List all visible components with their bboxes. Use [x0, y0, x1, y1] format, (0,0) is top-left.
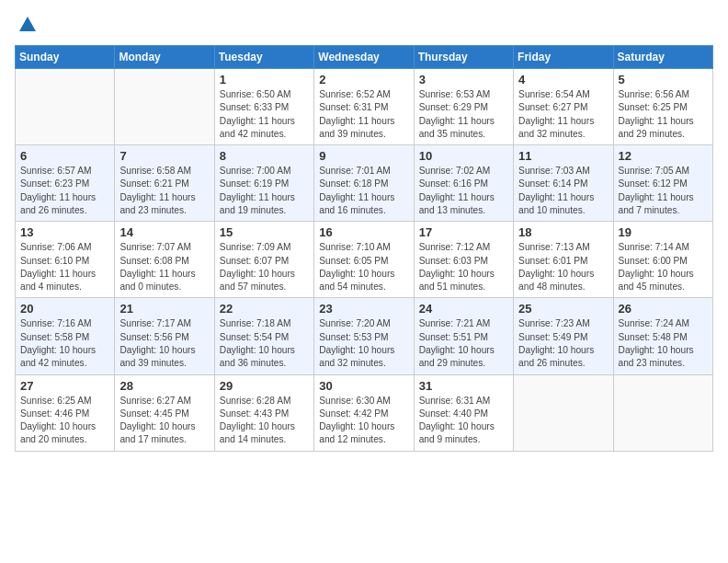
- day-info: Sunrise: 7:17 AM Sunset: 5:56 PM Dayligh…: [119, 317, 209, 370]
- weekday-header-sunday: Sunday: [16, 46, 115, 69]
- calendar-table: SundayMondayTuesdayWednesdayThursdayFrid…: [15, 45, 713, 452]
- day-info: Sunrise: 6:27 AM Sunset: 4:45 PM Dayligh…: [119, 395, 209, 447]
- day-info: Sunrise: 6:50 AM Sunset: 6:33 PM Dayligh…: [220, 88, 309, 141]
- day-info: Sunrise: 6:58 AM Sunset: 6:21 PM Dayligh…: [119, 165, 209, 217]
- day-info: Sunrise: 7:24 AM Sunset: 5:48 PM Dayligh…: [619, 317, 708, 370]
- calendar-cell: [16, 69, 115, 145]
- calendar-cell: 8Sunrise: 7:00 AM Sunset: 6:19 PM Daylig…: [214, 145, 313, 222]
- calendar-week-row: 27Sunrise: 6:25 AM Sunset: 4:46 PM Dayli…: [16, 374, 713, 451]
- day-number: 10: [419, 149, 508, 163]
- day-number: 19: [619, 225, 708, 239]
- day-info: Sunrise: 7:06 AM Sunset: 6:10 PM Dayligh…: [20, 241, 109, 293]
- day-info: Sunrise: 6:25 AM Sunset: 4:46 PM Dayligh…: [20, 395, 109, 447]
- day-number: 21: [119, 302, 209, 316]
- day-number: 5: [619, 73, 708, 86]
- day-number: 22: [220, 302, 309, 316]
- day-info: Sunrise: 7:20 AM Sunset: 5:53 PM Dayligh…: [319, 317, 408, 370]
- day-number: 29: [220, 379, 309, 393]
- calendar-cell: 22Sunrise: 7:18 AM Sunset: 5:54 PM Dayli…: [214, 298, 313, 374]
- calendar-cell: 6Sunrise: 6:57 AM Sunset: 6:23 PM Daylig…: [16, 145, 115, 222]
- calendar-cell: 13Sunrise: 7:06 AM Sunset: 6:10 PM Dayli…: [16, 222, 115, 298]
- calendar-cell: [514, 374, 613, 451]
- day-number: 6: [20, 149, 109, 163]
- day-info: Sunrise: 7:03 AM Sunset: 6:14 PM Dayligh…: [518, 165, 608, 217]
- day-info: Sunrise: 7:07 AM Sunset: 6:08 PM Dayligh…: [119, 241, 209, 293]
- day-number: 11: [518, 149, 608, 163]
- day-number: 31: [419, 379, 508, 393]
- day-number: 8: [220, 149, 309, 163]
- day-number: 4: [518, 73, 608, 86]
- calendar-week-row: 6Sunrise: 6:57 AM Sunset: 6:23 PM Daylig…: [16, 145, 713, 222]
- calendar-cell: 26Sunrise: 7:24 AM Sunset: 5:48 PM Dayli…: [613, 298, 712, 374]
- day-number: 7: [119, 149, 209, 163]
- day-info: Sunrise: 7:13 AM Sunset: 6:01 PM Dayligh…: [518, 241, 608, 293]
- weekday-header-friday: Friday: [514, 46, 613, 69]
- calendar-cell: 1Sunrise: 6:50 AM Sunset: 6:33 PM Daylig…: [214, 69, 313, 145]
- calendar-cell: 24Sunrise: 7:21 AM Sunset: 5:51 PM Dayli…: [414, 298, 513, 374]
- calendar-cell: 14Sunrise: 7:07 AM Sunset: 6:08 PM Dayli…: [115, 222, 214, 298]
- calendar-cell: 21Sunrise: 7:17 AM Sunset: 5:56 PM Dayli…: [115, 298, 214, 374]
- logo: [15, 15, 38, 40]
- weekday-header-thursday: Thursday: [414, 46, 513, 69]
- day-number: 30: [319, 379, 408, 393]
- calendar-cell: 9Sunrise: 7:01 AM Sunset: 6:18 PM Daylig…: [314, 145, 414, 222]
- day-number: 16: [319, 225, 408, 239]
- calendar-cell: 16Sunrise: 7:10 AM Sunset: 6:05 PM Dayli…: [314, 222, 414, 298]
- weekday-header-tuesday: Tuesday: [214, 46, 313, 69]
- day-info: Sunrise: 7:18 AM Sunset: 5:54 PM Dayligh…: [220, 317, 309, 370]
- calendar-cell: 17Sunrise: 7:12 AM Sunset: 6:03 PM Dayli…: [414, 222, 513, 298]
- calendar-cell: 25Sunrise: 7:23 AM Sunset: 5:49 PM Dayli…: [514, 298, 613, 374]
- day-number: 20: [20, 302, 109, 316]
- calendar-cell: 5Sunrise: 6:56 AM Sunset: 6:25 PM Daylig…: [613, 69, 712, 145]
- weekday-header-saturday: Saturday: [613, 46, 712, 69]
- calendar-cell: 15Sunrise: 7:09 AM Sunset: 6:07 PM Dayli…: [214, 222, 313, 298]
- day-number: 18: [518, 225, 608, 239]
- day-info: Sunrise: 6:31 AM Sunset: 4:40 PM Dayligh…: [419, 395, 508, 447]
- day-number: 26: [619, 302, 708, 316]
- calendar-cell: [613, 374, 712, 451]
- day-number: 12: [619, 149, 708, 163]
- day-info: Sunrise: 7:02 AM Sunset: 6:16 PM Dayligh…: [419, 165, 508, 217]
- day-info: Sunrise: 6:53 AM Sunset: 6:29 PM Dayligh…: [419, 88, 508, 141]
- weekday-header-monday: Monday: [115, 46, 214, 69]
- day-info: Sunrise: 7:01 AM Sunset: 6:18 PM Dayligh…: [319, 165, 408, 217]
- calendar-cell: [115, 69, 214, 145]
- calendar-cell: 29Sunrise: 6:28 AM Sunset: 4:43 PM Dayli…: [214, 374, 313, 451]
- day-number: 9: [319, 149, 408, 163]
- calendar-week-row: 13Sunrise: 7:06 AM Sunset: 6:10 PM Dayli…: [16, 222, 713, 298]
- day-info: Sunrise: 7:21 AM Sunset: 5:51 PM Dayligh…: [419, 317, 508, 370]
- calendar-week-row: 20Sunrise: 7:16 AM Sunset: 5:58 PM Dayli…: [16, 298, 713, 374]
- calendar-week-row: 1Sunrise: 6:50 AM Sunset: 6:33 PM Daylig…: [16, 69, 713, 145]
- day-number: 17: [419, 225, 508, 239]
- calendar-cell: 20Sunrise: 7:16 AM Sunset: 5:58 PM Dayli…: [16, 298, 115, 374]
- day-info: Sunrise: 6:30 AM Sunset: 4:42 PM Dayligh…: [319, 395, 408, 447]
- calendar-cell: 28Sunrise: 6:27 AM Sunset: 4:45 PM Dayli…: [115, 374, 214, 451]
- calendar-cell: 30Sunrise: 6:30 AM Sunset: 4:42 PM Dayli…: [314, 374, 414, 451]
- day-info: Sunrise: 7:14 AM Sunset: 6:00 PM Dayligh…: [619, 241, 708, 293]
- day-number: 24: [419, 302, 508, 316]
- day-info: Sunrise: 7:00 AM Sunset: 6:19 PM Dayligh…: [220, 165, 309, 217]
- calendar-header-row: SundayMondayTuesdayWednesdayThursdayFrid…: [16, 46, 713, 69]
- calendar-cell: 27Sunrise: 6:25 AM Sunset: 4:46 PM Dayli…: [16, 374, 115, 451]
- day-info: Sunrise: 7:23 AM Sunset: 5:49 PM Dayligh…: [518, 317, 608, 370]
- day-info: Sunrise: 6:28 AM Sunset: 4:43 PM Dayligh…: [220, 395, 309, 447]
- day-info: Sunrise: 6:56 AM Sunset: 6:25 PM Dayligh…: [619, 88, 708, 141]
- day-number: 3: [419, 73, 508, 86]
- calendar-cell: 7Sunrise: 6:58 AM Sunset: 6:21 PM Daylig…: [115, 145, 214, 222]
- day-info: Sunrise: 7:12 AM Sunset: 6:03 PM Dayligh…: [419, 241, 508, 293]
- day-info: Sunrise: 6:57 AM Sunset: 6:23 PM Dayligh…: [20, 165, 109, 217]
- day-number: 14: [119, 225, 209, 239]
- calendar-cell: 11Sunrise: 7:03 AM Sunset: 6:14 PM Dayli…: [514, 145, 613, 222]
- day-number: 13: [20, 225, 109, 239]
- day-number: 28: [119, 379, 209, 393]
- calendar-cell: 3Sunrise: 6:53 AM Sunset: 6:29 PM Daylig…: [414, 69, 513, 145]
- calendar-cell: 10Sunrise: 7:02 AM Sunset: 6:16 PM Dayli…: [414, 145, 513, 222]
- logo-icon: [17, 15, 38, 35]
- calendar-cell: 2Sunrise: 6:52 AM Sunset: 6:31 PM Daylig…: [314, 69, 414, 145]
- day-number: 25: [518, 302, 608, 316]
- day-number: 2: [319, 73, 408, 86]
- calendar-cell: 19Sunrise: 7:14 AM Sunset: 6:00 PM Dayli…: [613, 222, 712, 298]
- day-number: 23: [319, 302, 408, 316]
- calendar-cell: 23Sunrise: 7:20 AM Sunset: 5:53 PM Dayli…: [314, 298, 414, 374]
- day-number: 27: [20, 379, 109, 393]
